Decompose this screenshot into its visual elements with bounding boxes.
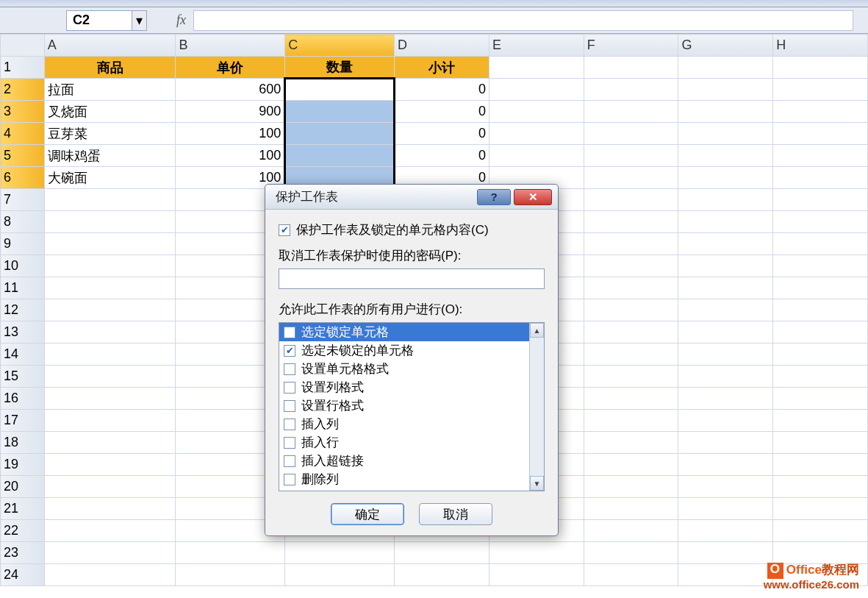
permission-item[interactable]: 删除行 <box>279 488 529 491</box>
cell[interactable] <box>773 57 868 79</box>
row-header-8[interactable]: 8 <box>1 211 45 233</box>
permission-item[interactable]: 设置行格式 <box>279 396 529 415</box>
dialog-titlebar[interactable]: 保护工作表 ? ✕ <box>265 185 558 210</box>
col-header-E[interactable]: E <box>489 35 584 57</box>
permission-checkbox[interactable] <box>284 327 295 338</box>
row-header-2[interactable]: 2 <box>1 79 45 101</box>
cell[interactable] <box>678 476 773 498</box>
permission-item[interactable]: 插入列 <box>279 415 529 433</box>
row-header-12[interactable]: 12 <box>1 299 45 321</box>
col-header-F[interactable]: F <box>584 35 678 57</box>
cell[interactable] <box>44 321 176 344</box>
ok-button[interactable]: 确定 <box>331 503 404 525</box>
cell[interactable] <box>584 410 678 432</box>
permission-checkbox[interactable] <box>284 363 295 375</box>
cell[interactable] <box>44 454 176 476</box>
cell[interactable] <box>584 564 678 586</box>
cell[interactable] <box>176 542 285 564</box>
cell[interactable] <box>584 432 678 454</box>
cell-B1[interactable]: 单价 <box>176 57 285 79</box>
cell-A6[interactable]: 大碗面 <box>44 167 176 189</box>
cell-A5[interactable]: 调味鸡蛋 <box>44 145 176 167</box>
cell[interactable] <box>773 233 868 255</box>
cell[interactable] <box>395 564 489 586</box>
cell[interactable] <box>489 123 584 145</box>
cell-A1[interactable]: 商品 <box>44 57 176 79</box>
cell[interactable] <box>678 211 773 233</box>
cell[interactable] <box>773 123 868 145</box>
permission-checkbox[interactable] <box>284 455 295 467</box>
cell[interactable] <box>678 498 773 520</box>
cell[interactable] <box>773 255 868 277</box>
permission-item[interactable]: 设置列格式 <box>279 378 529 396</box>
scroll-down-button[interactable]: ▼ <box>530 476 544 491</box>
cell-D1[interactable]: 小计 <box>395 57 489 79</box>
protect-checkbox[interactable] <box>279 224 290 236</box>
cell[interactable] <box>176 564 285 586</box>
col-header-A[interactable]: A <box>44 35 176 57</box>
cell-C4[interactable] <box>285 123 395 145</box>
cell[interactable] <box>489 542 584 564</box>
col-header-G[interactable]: G <box>678 35 773 57</box>
cell[interactable] <box>773 79 868 101</box>
row-header-3[interactable]: 3 <box>1 101 45 123</box>
cell[interactable] <box>678 101 773 123</box>
row-header-14[interactable]: 14 <box>1 344 45 366</box>
cell-C5[interactable] <box>285 145 395 167</box>
cell[interactable] <box>44 542 176 564</box>
row-header-6[interactable]: 6 <box>1 167 45 189</box>
cell[interactable] <box>678 410 773 432</box>
permission-item[interactable]: 设置单元格格式 <box>279 360 529 378</box>
cell-C3[interactable] <box>285 101 395 123</box>
cell-B2[interactable]: 600 <box>176 79 285 101</box>
select-all-corner[interactable] <box>1 35 45 57</box>
cell[interactable] <box>44 255 176 277</box>
cell[interactable] <box>773 454 868 476</box>
password-input[interactable] <box>279 268 545 289</box>
row-header-24[interactable]: 24 <box>1 564 45 586</box>
cell[interactable] <box>678 57 773 79</box>
permission-checkbox[interactable] <box>284 419 295 430</box>
permission-item[interactable]: 选定锁定单元格 <box>279 323 529 341</box>
cell[interactable] <box>44 564 176 586</box>
name-box-dropdown[interactable]: ▾ <box>132 10 147 31</box>
permission-checkbox[interactable] <box>284 345 295 357</box>
cell-B3[interactable]: 900 <box>176 101 285 123</box>
cell[interactable] <box>773 211 868 233</box>
cell[interactable] <box>773 299 868 321</box>
cell[interactable] <box>773 432 868 454</box>
cell[interactable] <box>584 145 678 167</box>
cell[interactable] <box>395 542 489 564</box>
cell[interactable] <box>584 344 678 366</box>
row-header-10[interactable]: 10 <box>1 255 45 277</box>
cell[interactable] <box>584 255 678 277</box>
cell[interactable] <box>584 277 678 299</box>
cell[interactable] <box>584 233 678 255</box>
cell[interactable] <box>44 344 176 366</box>
cell[interactable] <box>584 167 678 189</box>
cell[interactable] <box>678 123 773 145</box>
cell[interactable] <box>584 299 678 321</box>
cell[interactable] <box>678 542 773 564</box>
cell[interactable] <box>773 321 868 344</box>
cell[interactable] <box>678 189 773 211</box>
cell[interactable] <box>44 277 176 299</box>
row-header-15[interactable]: 15 <box>1 366 45 388</box>
cell-B4[interactable]: 100 <box>176 123 285 145</box>
permissions-listbox[interactable]: 选定锁定单元格选定未锁定的单元格设置单元格格式设置列格式设置行格式插入列插入行插… <box>279 322 545 491</box>
cell[interactable] <box>678 277 773 299</box>
cell-A3[interactable]: 叉烧面 <box>44 101 176 123</box>
cell[interactable] <box>773 498 868 520</box>
cell[interactable] <box>678 454 773 476</box>
scrollbar[interactable]: ▲ ▼ <box>529 323 544 491</box>
cell[interactable] <box>678 321 773 344</box>
name-box[interactable]: C2 <box>66 10 132 31</box>
cell[interactable] <box>773 520 868 542</box>
cell[interactable] <box>584 476 678 498</box>
cell-D4[interactable]: 0 <box>395 123 489 145</box>
cell[interactable] <box>678 255 773 277</box>
cell[interactable] <box>678 520 773 542</box>
row-header-19[interactable]: 19 <box>1 454 45 476</box>
cell[interactable] <box>489 57 584 79</box>
row-header-21[interactable]: 21 <box>1 498 45 520</box>
